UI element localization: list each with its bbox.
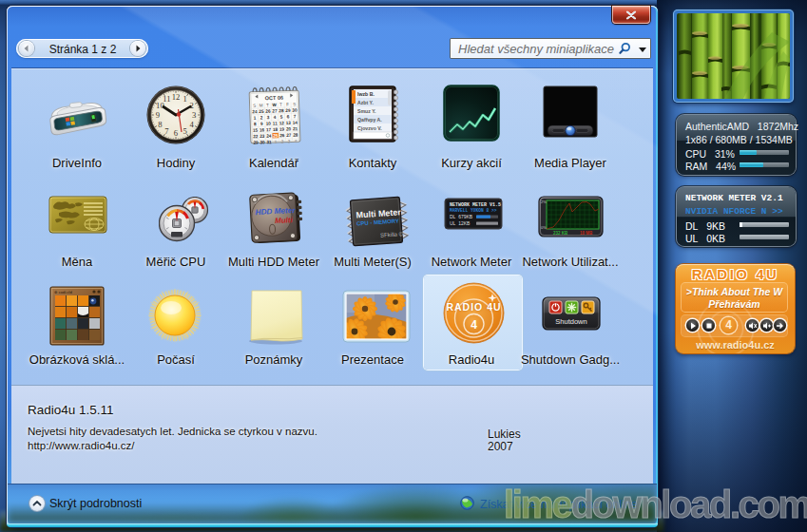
svg-text:F: F bbox=[286, 102, 289, 106]
svg-text:21: 21 bbox=[293, 126, 298, 131]
svg-text:16: 16 bbox=[259, 127, 265, 132]
svg-text:30: 30 bbox=[259, 140, 265, 144]
svg-text:OCT 06: OCT 06 bbox=[265, 95, 283, 102]
svg-text:Iwzb B.: Iwzb B. bbox=[357, 91, 375, 97]
svg-text:8: 8 bbox=[158, 120, 162, 129]
svg-text:6: 6 bbox=[287, 114, 290, 119]
svg-text:28: 28 bbox=[293, 133, 298, 138]
svg-text:1: 1 bbox=[275, 140, 278, 144]
svg-text:MARVELL YUKON 8 >>: MARVELL YUKON 8 >> bbox=[450, 208, 497, 213]
svg-text:0%: 0% bbox=[541, 225, 547, 230]
svg-text:10: 10 bbox=[266, 122, 272, 126]
svg-text:4: 4 bbox=[189, 120, 194, 129]
svg-text:23: 23 bbox=[259, 134, 265, 139]
svg-text:28: 28 bbox=[279, 108, 284, 113]
svg-text:NETWORK METER V1.5: NETWORK METER V1.5 bbox=[450, 202, 501, 208]
svg-text:S: S bbox=[293, 102, 296, 106]
svg-text:S: S bbox=[253, 104, 256, 108]
svg-text:6: 6 bbox=[174, 128, 179, 138]
svg-text:5: 5 bbox=[183, 126, 186, 136]
svg-text:19: 19 bbox=[279, 127, 285, 132]
svg-text:9: 9 bbox=[156, 110, 160, 120]
svg-text:Shutdown: Shutdown bbox=[555, 317, 586, 326]
svg-text:13: 13 bbox=[286, 121, 292, 125]
svg-text:24: 24 bbox=[266, 134, 272, 139]
svg-text:Azbt Y.: Azbt Y. bbox=[357, 100, 374, 105]
svg-text:⊕ codi.cld: ⊕ codi.cld bbox=[54, 290, 73, 294]
svg-text:RADIO 4U: RADIO 4U bbox=[446, 301, 501, 313]
svg-text:29: 29 bbox=[285, 108, 291, 113]
svg-text:7: 7 bbox=[164, 126, 169, 136]
svg-text:25: 25 bbox=[273, 133, 279, 138]
svg-text:Qaffvpy A.: Qaffvpy A. bbox=[357, 117, 382, 123]
svg-text:15: 15 bbox=[253, 128, 259, 133]
svg-text:1: 1 bbox=[183, 94, 186, 104]
svg-text:Multi: Multi bbox=[275, 216, 294, 225]
svg-text:17: 17 bbox=[266, 127, 272, 132]
svg-text:T: T bbox=[266, 103, 269, 107]
svg-text:27: 27 bbox=[272, 108, 278, 113]
svg-text:7: 7 bbox=[294, 114, 297, 119]
svg-text:26: 26 bbox=[279, 133, 285, 138]
svg-text:12: 12 bbox=[279, 121, 285, 125]
svg-text:25: 25 bbox=[259, 109, 264, 114]
svg-text:12: 12 bbox=[172, 92, 181, 102]
svg-text:31: 31 bbox=[266, 140, 272, 144]
svg-text:8: 8 bbox=[254, 122, 257, 126]
svg-text:30: 30 bbox=[292, 108, 298, 113]
svg-text:4: 4 bbox=[471, 318, 477, 332]
svg-text:3: 3 bbox=[288, 139, 291, 143]
svg-text:4: 4 bbox=[274, 115, 277, 120]
svg-text:T: T bbox=[279, 103, 282, 107]
svg-text:2%: 2% bbox=[541, 200, 547, 204]
svg-text:11: 11 bbox=[163, 94, 170, 104]
svg-text:M: M bbox=[259, 103, 263, 107]
svg-text:9: 9 bbox=[260, 122, 263, 126]
svg-text:5: 5 bbox=[280, 115, 283, 120]
svg-text:2: 2 bbox=[281, 140, 284, 144]
svg-text:24: 24 bbox=[252, 109, 258, 114]
svg-text:29: 29 bbox=[253, 141, 259, 145]
svg-text:18: 18 bbox=[273, 127, 279, 132]
svg-text:20: 20 bbox=[286, 126, 292, 131]
svg-text:11: 11 bbox=[273, 121, 279, 125]
svg-text:1: 1 bbox=[254, 116, 257, 121]
svg-text:Cjovzvo V.: Cjovzvo V. bbox=[357, 125, 382, 131]
svg-text:10 MB: 10 MB bbox=[580, 231, 593, 236]
svg-text:UL 12KB: UL 12KB bbox=[450, 220, 471, 226]
svg-text:DL 679KB: DL 679KB bbox=[450, 214, 473, 219]
svg-text:2: 2 bbox=[260, 115, 263, 120]
svg-text:22: 22 bbox=[253, 134, 259, 139]
svg-text:3: 3 bbox=[192, 110, 196, 120]
svg-text:26: 26 bbox=[265, 109, 271, 114]
svg-text:Smuz Y.: Smuz Y. bbox=[357, 108, 376, 114]
svg-text:4: 4 bbox=[295, 139, 298, 143]
svg-text:14: 14 bbox=[293, 121, 298, 125]
svg-text:232 KB: 232 KB bbox=[553, 231, 568, 236]
svg-text:3: 3 bbox=[267, 115, 270, 120]
svg-text:27: 27 bbox=[286, 133, 292, 138]
